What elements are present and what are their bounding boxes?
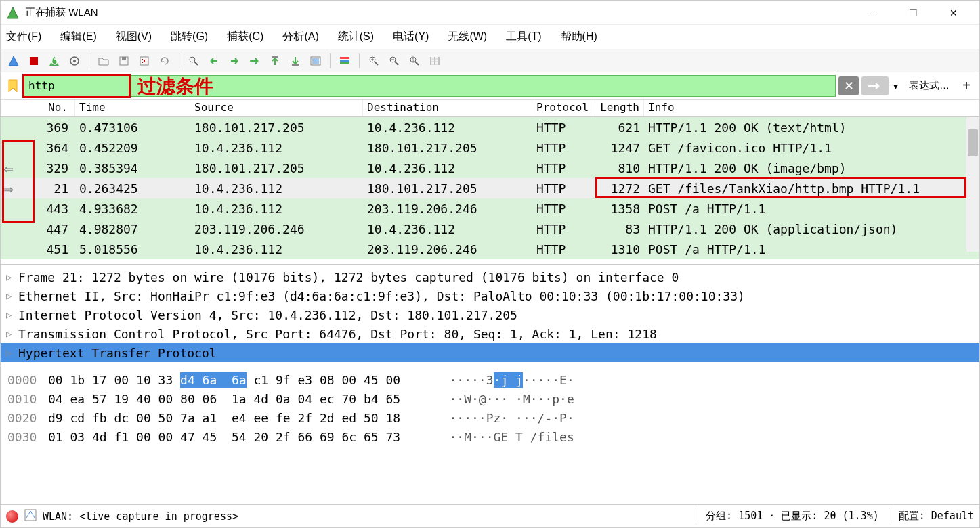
zoom-reset-button[interactable]: 1	[406, 52, 423, 70]
close-button[interactable]: ✕	[940, 3, 967, 22]
svg-text:1: 1	[412, 58, 414, 62]
packet-list-body[interactable]: 3690.473106180.101.217.20510.4.236.112HT…	[1, 117, 979, 265]
go-last-button[interactable]	[286, 52, 304, 70]
packet-row[interactable]: 4515.01855610.4.236.112203.119.206.246HT…	[1, 239, 979, 259]
app-icon	[6, 6, 20, 20]
start-capture-button[interactable]	[5, 52, 22, 70]
add-filter-button[interactable]: +	[956, 75, 977, 97]
window-title: 正在捕获 WLAN	[25, 6, 859, 19]
status-profile[interactable]: 配置: Default	[899, 510, 974, 523]
close-file-button[interactable]	[135, 52, 153, 70]
status-interface: WLAN: <live capture in progress>	[43, 510, 686, 523]
window-controls: — ☐ ✕	[859, 3, 967, 22]
svg-rect-13	[340, 62, 349, 64]
status-packets: 分组: 1501 · 已显示: 20 (1.3%)	[706, 510, 879, 523]
clear-filter-button[interactable]: ✕	[838, 76, 859, 95]
menu-statistics[interactable]: 统计(S)	[338, 30, 374, 44]
menu-view[interactable]: 视图(V)	[116, 30, 152, 44]
resize-columns-button[interactable]	[426, 52, 444, 70]
capture-indicator-icon	[6, 510, 18, 523]
autoscroll-button[interactable]	[307, 52, 324, 70]
packet-row[interactable]: 3690.473106180.101.217.20510.4.236.112HT…	[1, 117, 979, 137]
svg-rect-12	[340, 60, 349, 62]
separator	[359, 53, 360, 68]
svg-point-6	[190, 57, 195, 62]
col-header-time[interactable]: Time	[75, 100, 190, 116]
packet-bytes-pane[interactable]: 000000 1b 17 00 10 33 d4 6a 6a c1 9f e3 …	[1, 366, 979, 504]
open-file-button[interactable]	[95, 52, 112, 70]
hex-row[interactable]: 003001 03 4d f1 00 00 47 45 54 20 2f 66 …	[7, 427, 973, 446]
jump-button[interactable]	[246, 52, 263, 70]
detail-row[interactable]: ▷Internet Protocol Version 4, Src: 10.4.…	[1, 305, 979, 324]
col-header-info[interactable]: Info	[644, 100, 979, 116]
menu-capture[interactable]: 捕获(C)	[227, 30, 263, 44]
packet-row[interactable]: 3290.385394180.101.217.20510.4.236.112HT…	[1, 158, 979, 178]
col-header-protocol[interactable]: Protocol	[532, 100, 593, 116]
expert-info-button[interactable]	[24, 508, 37, 525]
menu-help[interactable]: 帮助(H)	[561, 30, 597, 44]
col-header-length[interactable]: Length	[593, 100, 644, 116]
find-button[interactable]	[185, 52, 203, 70]
filter-history-button[interactable]: ▾	[889, 76, 902, 95]
menu-tools[interactable]: 工具(T)	[506, 30, 541, 44]
detail-row[interactable]: ▷Transmission Control Protocol, Src Port…	[1, 324, 979, 343]
detail-row[interactable]: ▷Ethernet II, Src: HonHaiPr_c1:9f:e3 (d4…	[1, 286, 979, 305]
zoom-out-button[interactable]	[385, 52, 403, 70]
packet-marker-in-icon: ⇐	[3, 162, 14, 177]
separator	[89, 53, 89, 68]
menu-edit[interactable]: 编辑(E)	[60, 30, 96, 44]
go-back-button[interactable]	[205, 52, 223, 70]
svg-rect-9	[292, 64, 299, 66]
app-window: 正在捕获 WLAN — ☐ ✕ 文件(F) 编辑(E) 视图(V) 跳转(G) …	[0, 0, 980, 528]
packet-details-pane[interactable]: ▷Frame 21: 1272 bytes on wire (10176 bit…	[1, 265, 979, 366]
go-forward-button[interactable]	[226, 52, 243, 70]
titlebar: 正在捕获 WLAN — ☐ ✕	[1, 1, 979, 25]
detail-row[interactable]: ▷Frame 21: 1272 bytes on wire (10176 bit…	[1, 267, 979, 286]
hex-row[interactable]: 000000 1b 17 00 10 33 d4 6a 6a c1 9f e3 …	[7, 370, 973, 389]
toolbar: 1	[1, 49, 979, 72]
menu-go[interactable]: 跳转(G)	[171, 30, 208, 44]
vscrollbar[interactable]	[966, 117, 979, 252]
menu-file[interactable]: 文件(F)	[6, 30, 41, 44]
packet-list-pane: No. Time Source Destination Protocol Len…	[1, 100, 979, 265]
packet-list-header: No. Time Source Destination Protocol Len…	[1, 100, 979, 117]
col-header-no[interactable]: No.	[1, 100, 75, 116]
detail-row[interactable]: ▷Hypertext Transfer Protocol	[1, 343, 979, 362]
packet-row[interactable]: 4474.982807203.119.206.24610.4.236.112HT…	[1, 219, 979, 239]
stop-capture-button[interactable]	[25, 52, 43, 70]
packet-row[interactable]: 210.26342510.4.236.112180.101.217.205HTT…	[1, 178, 979, 198]
svg-rect-4	[122, 57, 126, 60]
zoom-in-button[interactable]	[365, 52, 383, 70]
svg-point-2	[73, 60, 76, 62]
maximize-button[interactable]: ☐	[899, 3, 926, 22]
capture-options-button[interactable]	[66, 52, 83, 70]
svg-rect-8	[272, 56, 278, 58]
restart-capture-button[interactable]	[45, 52, 63, 70]
hex-row[interactable]: 001004 ea 57 19 40 00 80 06 1a 4d 0a 04 …	[7, 389, 973, 408]
separator	[179, 53, 179, 68]
menu-analyze[interactable]: 分析(A)	[282, 30, 318, 44]
bookmark-button[interactable]	[3, 75, 22, 97]
menu-telephony[interactable]: 电话(Y)	[393, 30, 429, 44]
packet-marker-out-icon: ⇒	[3, 182, 14, 197]
packet-row[interactable]: 4434.93368210.4.236.112203.119.206.246HT…	[1, 198, 979, 219]
packet-row[interactable]: 3640.45220910.4.236.112180.101.217.205HT…	[1, 137, 979, 158]
hex-row[interactable]: 0020d9 cd fb dc 00 50 7a a1 e4 ee fe 2f …	[7, 408, 973, 427]
apply-filter-button[interactable]	[861, 76, 889, 95]
col-header-source[interactable]: Source	[190, 100, 363, 116]
colorize-button[interactable]	[336, 52, 354, 70]
menu-wireless[interactable]: 无线(W)	[448, 30, 487, 44]
filter-bar: 过滤条件 ✕ ▾ 表达式… +	[1, 72, 979, 100]
go-first-button[interactable]	[266, 52, 284, 70]
filter-input-wrap: 过滤条件	[22, 75, 836, 97]
svg-point-7	[250, 60, 253, 62]
expression-button[interactable]: 表达式…	[902, 75, 956, 97]
separator	[330, 53, 331, 68]
separator	[889, 508, 889, 525]
display-filter-input[interactable]	[22, 75, 836, 97]
minimize-button[interactable]: —	[859, 3, 886, 22]
menubar: 文件(F) 编辑(E) 视图(V) 跳转(G) 捕获(C) 分析(A) 统计(S…	[1, 25, 979, 49]
save-button[interactable]	[115, 52, 133, 70]
reload-button[interactable]	[156, 52, 173, 70]
col-header-destination[interactable]: Destination	[363, 100, 532, 116]
